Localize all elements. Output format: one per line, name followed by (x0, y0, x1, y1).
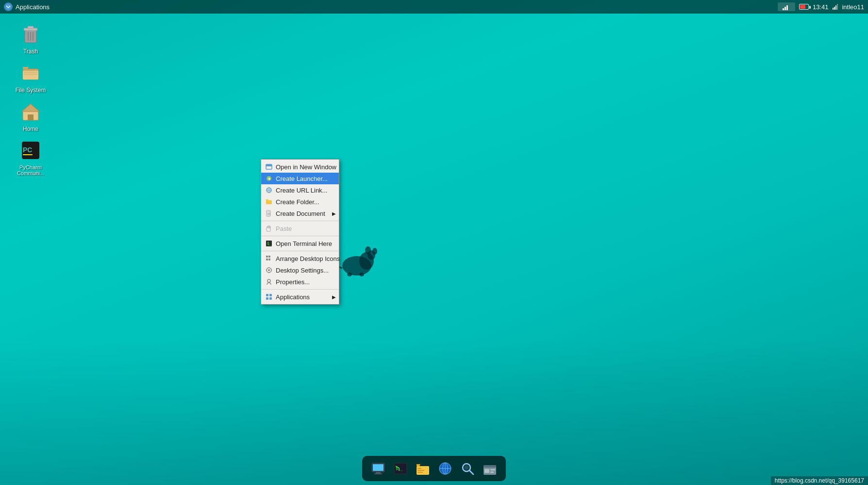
svg-rect-4 (833, 8, 834, 10)
menu-item-applications[interactable]: Applications ▶ (261, 291, 339, 303)
svg-point-0 (5, 4, 11, 10)
menu-item-open-terminal[interactable]: $_ Open Terminal Here (261, 238, 339, 249)
svg-point-57 (365, 246, 371, 254)
svg-rect-36 (267, 226, 270, 228)
network-icon (782, 4, 789, 10)
dock-item-browser[interactable] (435, 458, 455, 479)
svg-rect-20 (28, 114, 33, 120)
dock-item-search[interactable] (457, 458, 478, 479)
svg-rect-83 (484, 469, 489, 473)
svg-rect-41 (266, 259, 268, 260)
menu-label-create-document: Create Document (276, 210, 325, 217)
desktop-icon-home[interactable]: Home (9, 98, 52, 135)
menu-icon-properties (265, 278, 273, 286)
dock-icon-desktop (370, 461, 386, 476)
svg-text:✦: ✦ (267, 177, 271, 181)
svg-rect-70 (417, 468, 421, 469)
svg-rect-48 (271, 270, 272, 271)
dock-item-files[interactable] (413, 458, 433, 479)
taskbar-top: Applications 13:41 intleo11 (0, 0, 868, 14)
taskbar-top-right: 13:41 intleo11 (778, 2, 864, 11)
svg-text:PC: PC (23, 146, 32, 154)
svg-rect-47 (266, 270, 267, 271)
menu-item-create-url-link[interactable]: Create URL Link... (261, 184, 339, 196)
svg-point-60 (359, 273, 364, 276)
svg-rect-82 (484, 465, 496, 468)
menu-icon-terminal: $_ (265, 240, 273, 247)
svg-rect-2 (785, 7, 786, 10)
menu-item-create-folder[interactable]: Create Folder... (261, 196, 339, 208)
signal-icon (832, 4, 838, 10)
xfce-logo[interactable] (4, 2, 13, 11)
svg-rect-16 (24, 72, 37, 73)
svg-rect-62 (376, 472, 381, 473)
menu-separator-1 (261, 221, 339, 221)
menu-icon-apps (265, 293, 273, 301)
dock-item-filemanager[interactable] (480, 458, 500, 479)
svg-rect-42 (268, 259, 270, 260)
dock-item-desktop[interactable] (368, 458, 388, 479)
home-icon-img (19, 100, 42, 123)
menu-item-desktop-settings[interactable]: Desktop Settings... (261, 264, 339, 276)
trash-label: Trash (21, 48, 40, 55)
svg-rect-71 (417, 470, 424, 471)
taskbar-bottom: $ _ (362, 456, 506, 481)
menu-label-create-launcher: Create Launcher... (276, 175, 328, 182)
menu-item-properties[interactable]: Properties... (261, 276, 339, 288)
svg-rect-52 (266, 297, 268, 300)
pycharm-label: PyCharm Communi... (11, 164, 50, 177)
home-label: Home (21, 125, 40, 133)
svg-rect-6 (835, 5, 836, 10)
svg-rect-85 (490, 471, 494, 473)
menu-item-arrange-icons[interactable]: Arrange Desktop Icons (261, 253, 339, 264)
menu-item-create-launcher[interactable]: ✦ Create Launcher... (261, 173, 339, 184)
svg-rect-64 (373, 464, 384, 471)
username: intleo11 (842, 3, 864, 11)
menu-item-open-new-window[interactable]: Open in New Window (261, 161, 339, 173)
filesystem-label: File System (14, 86, 48, 94)
menu-label-paste: Paste (276, 225, 292, 232)
svg-point-49 (267, 279, 270, 282)
svg-rect-31 (266, 200, 272, 204)
svg-text:$_: $_ (267, 242, 272, 246)
menu-icon-url (265, 186, 273, 194)
svg-rect-3 (786, 5, 788, 10)
mascot (335, 242, 374, 275)
menu-label-create-folder: Create Folder... (276, 198, 319, 206)
svg-rect-23 (23, 154, 33, 155)
taskbar-top-left: Applications (4, 2, 50, 11)
menu-icon-launcher: ✦ (265, 175, 273, 182)
trash-icon-img (19, 22, 42, 46)
svg-rect-7 (837, 4, 838, 10)
pycharm-icon-img: PC (19, 139, 42, 162)
menu-icon-window (265, 163, 273, 171)
svg-point-58 (372, 248, 377, 255)
menu-label-desktop-settings: Desktop Settings... (276, 267, 329, 274)
battery-area (799, 4, 809, 10)
menu-icon-paste (265, 225, 273, 232)
menu-separator-2 (261, 236, 339, 236)
menu-label-arrange-icons: Arrange Desktop Icons (276, 255, 340, 262)
svg-rect-53 (269, 297, 272, 300)
menu-separator-4 (261, 289, 339, 290)
context-menu: Open in New Window ✦ Create Launcher... … (261, 159, 339, 305)
dock-item-terminal[interactable]: $ _ (390, 458, 411, 479)
menu-label-create-url-link: Create URL Link... (276, 187, 327, 194)
menu-icon-settings (265, 266, 273, 274)
svg-rect-45 (268, 267, 269, 268)
svg-rect-1 (783, 8, 784, 10)
desktop-icon-trash[interactable]: Trash (9, 20, 52, 57)
menu-separator-3 (261, 251, 339, 251)
svg-rect-40 (268, 256, 270, 258)
svg-rect-46 (268, 272, 269, 273)
menu-item-create-document[interactable]: Create Document ▶ (261, 208, 339, 219)
svg-point-59 (347, 273, 352, 276)
svg-rect-39 (266, 256, 268, 258)
status-url: https://blog.csdn.net/qq_39165617 (775, 477, 864, 484)
filesystem-icon-img (19, 61, 42, 84)
dock-icon-filemanager (482, 461, 498, 476)
desktop-icon-pycharm[interactable]: PC PyCharm Communi... (9, 137, 52, 178)
dock-icon-browser (437, 461, 453, 476)
desktop-icon-filesystem[interactable]: File System (9, 59, 52, 96)
menu-icon-folder (265, 198, 273, 206)
